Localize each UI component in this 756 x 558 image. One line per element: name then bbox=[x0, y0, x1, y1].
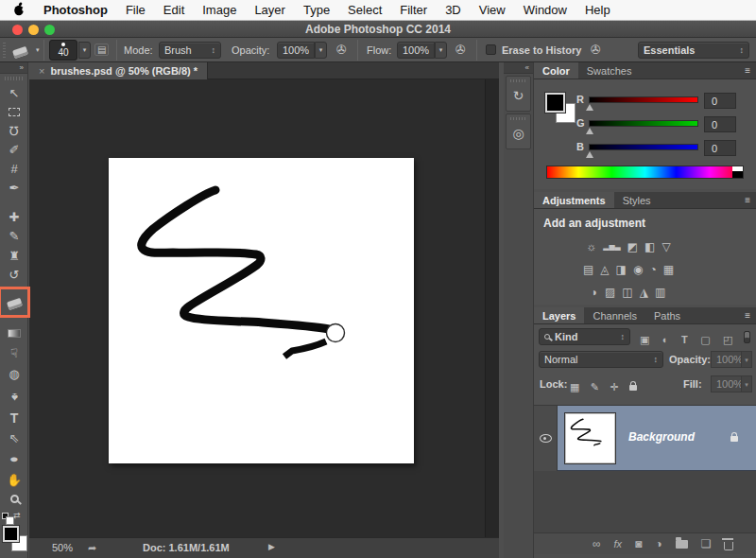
adjustment-invert-icon[interactable]: ◗ bbox=[592, 286, 598, 299]
options-bar-grip[interactable] bbox=[3, 43, 6, 58]
adjustment-hue-saturation-icon[interactable]: ▤ bbox=[583, 263, 593, 276]
adjustment-curves-icon[interactable]: ◩ bbox=[627, 240, 638, 253]
canvas[interactable] bbox=[109, 158, 414, 463]
smudge-tool[interactable]: ☟ bbox=[0, 342, 28, 363]
brush-tool[interactable]: ✎ bbox=[0, 225, 28, 246]
filter-smart-object-icon[interactable]: ◰ bbox=[723, 334, 732, 345]
menu-filter[interactable]: Filter bbox=[400, 3, 427, 17]
menu-image[interactable]: Image bbox=[202, 3, 236, 17]
new-adjustment-layer-icon[interactable]: ◑ bbox=[655, 538, 662, 549]
opacity-arrow-icon[interactable]: ▾ bbox=[315, 42, 327, 59]
menu-window[interactable]: Window bbox=[524, 3, 567, 17]
adjustment-photo-filter-icon[interactable]: ◉ bbox=[633, 263, 643, 276]
lock-transparency-icon[interactable]: ▦ bbox=[570, 381, 579, 392]
tab-styles[interactable]: Styles bbox=[614, 192, 660, 208]
eyedropper-tool[interactable]: ✒ bbox=[0, 177, 28, 198]
adjustment-channel-mixer-icon[interactable]: ◔ bbox=[649, 263, 656, 276]
eraser-preset-icon[interactable] bbox=[13, 45, 27, 60]
dock-collapse-icon[interactable]: « bbox=[504, 62, 533, 74]
tab-adjustments[interactable]: Adjustments bbox=[534, 192, 614, 208]
filter-adjustment-icon[interactable]: ◐ bbox=[662, 334, 669, 345]
green-slider[interactable] bbox=[589, 120, 698, 127]
move-tool[interactable]: ↖ bbox=[0, 82, 28, 103]
apple-logo-icon[interactable] bbox=[13, 2, 26, 19]
gradient-tool[interactable] bbox=[0, 323, 28, 343]
layer-filtering-toggle[interactable] bbox=[744, 331, 750, 343]
filter-image-icon[interactable]: ▣ bbox=[640, 334, 649, 345]
layer-name[interactable]: Background bbox=[628, 430, 695, 444]
path-selection-tool[interactable]: ⇖ bbox=[0, 427, 28, 448]
eraser-preset-arrow-icon[interactable]: ▾ bbox=[36, 46, 40, 54]
workspace-dropdown[interactable]: Essentials↕ bbox=[638, 42, 749, 59]
erase-to-history-checkbox[interactable] bbox=[486, 44, 496, 55]
layer-style-icon[interactable]: fx bbox=[614, 539, 623, 549]
menu-type[interactable]: Type bbox=[303, 3, 330, 17]
layer-fill-arrow-icon[interactable]: ▾ bbox=[741, 375, 752, 392]
blue-value-field[interactable]: 0 bbox=[704, 140, 736, 156]
layer-row-background[interactable]: Background bbox=[534, 406, 756, 471]
close-tab-icon[interactable]: × bbox=[39, 65, 44, 77]
toggle-brush-panel-icon[interactable]: ▤ bbox=[94, 44, 109, 56]
airbrush-icon[interactable]: ✇ bbox=[455, 43, 466, 57]
tablet-pressure-opacity-icon[interactable]: ✇ bbox=[336, 43, 347, 57]
menu-photoshop[interactable]: Photoshop bbox=[43, 3, 108, 17]
flow-arrow-icon[interactable]: ▾ bbox=[435, 42, 447, 59]
foreground-color-swatch[interactable] bbox=[3, 526, 19, 542]
swap-colors-icon[interactable]: ⇄ bbox=[13, 511, 21, 520]
pen-tool[interactable]: ♠ bbox=[0, 387, 28, 408]
ellipse-tool[interactable]: ● bbox=[0, 448, 28, 469]
green-value-field[interactable]: 0 bbox=[704, 116, 736, 132]
toolbar-expand-icon[interactable]: » bbox=[0, 62, 27, 74]
type-tool[interactable]: T bbox=[0, 408, 28, 428]
adjustment-gradient-map-icon[interactable]: ▥ bbox=[655, 286, 665, 299]
properties-panel-button[interactable]: ◎ bbox=[506, 113, 531, 149]
layer-fill-field[interactable]: 100% bbox=[711, 375, 742, 392]
tab-channels[interactable]: Channels bbox=[584, 307, 644, 323]
healing-brush-tool[interactable]: ✚ bbox=[0, 206, 28, 227]
adjustment-threshold-icon[interactable]: ◫ bbox=[622, 286, 632, 299]
tab-paths[interactable]: Paths bbox=[645, 307, 689, 323]
hand-tool[interactable]: ✋ bbox=[0, 469, 28, 490]
panel-menu-icon[interactable]: ≡ bbox=[739, 307, 756, 323]
menu-help[interactable]: Help bbox=[585, 3, 610, 17]
adjustment-black-white-icon[interactable]: ◨ bbox=[616, 263, 627, 276]
link-layers-icon[interactable]: ∞ bbox=[593, 538, 601, 549]
blue-slider-thumb[interactable] bbox=[586, 151, 593, 158]
panel-menu-icon[interactable]: ≡ bbox=[739, 62, 756, 78]
filter-type-icon[interactable]: T bbox=[681, 334, 688, 345]
new-layer-icon[interactable]: ❏ bbox=[701, 538, 712, 549]
layer-opacity-field[interactable]: 100% bbox=[711, 351, 742, 368]
menu-select[interactable]: Select bbox=[348, 3, 382, 17]
dodge-tool[interactable]: ◍ bbox=[0, 363, 28, 384]
blue-slider[interactable] bbox=[589, 144, 698, 150]
new-group-icon[interactable] bbox=[676, 540, 688, 549]
default-colors-icon[interactable] bbox=[2, 513, 9, 519]
add-layer-mask-icon[interactable]: ◙ bbox=[635, 538, 642, 549]
zoom-tool[interactable] bbox=[0, 488, 28, 509]
adjustment-levels-icon[interactable]: ▂▅▃ bbox=[603, 240, 620, 253]
layer-thumbnail[interactable] bbox=[565, 413, 615, 463]
layer-opacity-arrow-icon[interactable]: ▾ bbox=[741, 351, 752, 368]
color-spectrum-ramp[interactable] bbox=[546, 166, 744, 179]
tab-color[interactable]: Color bbox=[534, 62, 578, 78]
brush-picker-arrow-icon[interactable]: ▾ bbox=[78, 42, 91, 59]
flow-dropdown[interactable]: 100% bbox=[397, 42, 435, 59]
red-value-field[interactable]: 0 bbox=[704, 93, 736, 109]
spectrum-black-swatch[interactable] bbox=[732, 171, 743, 178]
adjustment-selective-color-icon[interactable]: ◮ bbox=[640, 286, 648, 299]
blend-mode-dropdown[interactable]: Normal ↕ bbox=[539, 351, 663, 368]
history-panel-button[interactable]: ↻ bbox=[506, 76, 531, 112]
filter-shape-icon[interactable]: ▢ bbox=[700, 334, 710, 345]
tab-layers[interactable]: Layers bbox=[534, 307, 584, 323]
red-slider-thumb[interactable] bbox=[586, 104, 593, 111]
foreground-color-swatch[interactable] bbox=[545, 93, 565, 113]
lasso-tool[interactable]: ℧ bbox=[0, 120, 28, 141]
adjustment-posterize-icon[interactable]: ▨ bbox=[605, 286, 615, 299]
layer-filter-kind-dropdown[interactable]: Kind ↕ bbox=[539, 328, 630, 345]
layer-visibility-cell[interactable] bbox=[534, 406, 558, 471]
mode-dropdown[interactable]: Brush↕ bbox=[159, 42, 221, 59]
tablet-pressure-size-icon[interactable]: ✇ bbox=[591, 43, 601, 57]
brush-size-preview[interactable]: 40 bbox=[49, 40, 77, 61]
adjustment-exposure-icon[interactable]: ◧ bbox=[644, 240, 655, 253]
delete-layer-icon[interactable] bbox=[724, 542, 733, 550]
